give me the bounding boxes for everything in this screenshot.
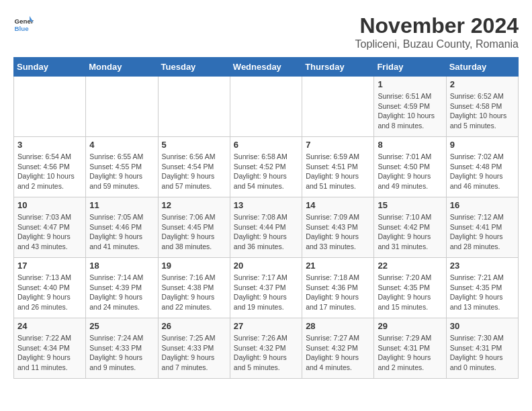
day-number: 1 [378, 79, 442, 89]
day-number: 28 [306, 321, 370, 331]
day-cell [86, 77, 158, 137]
header-cell-tuesday: Tuesday [158, 58, 230, 77]
day-cell: 18Sunrise: 7:14 AM Sunset: 4:39 PM Dayli… [86, 258, 158, 318]
day-number: 17 [17, 261, 82, 271]
day-info: Sunrise: 6:59 AM Sunset: 4:51 PM Dayligh… [306, 152, 370, 191]
day-cell: 20Sunrise: 7:17 AM Sunset: 4:37 PM Dayli… [230, 258, 302, 318]
day-cell: 8Sunrise: 7:01 AM Sunset: 4:50 PM Daylig… [374, 137, 446, 197]
day-info: Sunrise: 6:54 AM Sunset: 4:56 PM Dayligh… [17, 152, 82, 191]
day-number: 25 [89, 321, 154, 331]
day-cell: 19Sunrise: 7:16 AM Sunset: 4:38 PM Dayli… [158, 258, 230, 318]
week-row: 3Sunrise: 6:54 AM Sunset: 4:56 PM Daylig… [14, 137, 519, 197]
header-cell-thursday: Thursday [302, 58, 374, 77]
day-cell: 10Sunrise: 7:03 AM Sunset: 4:47 PM Dayli… [14, 197, 86, 258]
day-cell: 7Sunrise: 6:59 AM Sunset: 4:51 PM Daylig… [302, 137, 374, 197]
day-cell: 28Sunrise: 7:27 AM Sunset: 4:32 PM Dayli… [302, 318, 374, 379]
day-cell: 9Sunrise: 7:02 AM Sunset: 4:48 PM Daylig… [446, 137, 518, 197]
day-cell: 5Sunrise: 6:56 AM Sunset: 4:54 PM Daylig… [158, 137, 230, 197]
day-cell: 21Sunrise: 7:18 AM Sunset: 4:36 PM Dayli… [302, 258, 374, 318]
day-cell: 14Sunrise: 7:09 AM Sunset: 4:43 PM Dayli… [302, 197, 374, 258]
day-cell: 29Sunrise: 7:29 AM Sunset: 4:31 PM Dayli… [374, 318, 446, 379]
day-info: Sunrise: 7:14 AM Sunset: 4:39 PM Dayligh… [89, 273, 154, 312]
location-title: Topliceni, Buzau County, Romania [355, 38, 519, 50]
header: General Blue November 2024 Topliceni, Bu… [13, 13, 519, 50]
day-info: Sunrise: 7:17 AM Sunset: 4:37 PM Dayligh… [234, 273, 298, 312]
day-number: 27 [234, 321, 298, 331]
day-info: Sunrise: 7:22 AM Sunset: 4:34 PM Dayligh… [17, 333, 82, 373]
day-number: 3 [17, 140, 82, 150]
header-cell-saturday: Saturday [446, 58, 518, 77]
day-number: 5 [162, 140, 226, 150]
header-cell-wednesday: Wednesday [230, 58, 302, 77]
day-number: 4 [89, 140, 154, 150]
day-cell [302, 77, 374, 137]
month-title: November 2024 [355, 13, 519, 38]
day-cell: 26Sunrise: 7:25 AM Sunset: 4:33 PM Dayli… [158, 318, 230, 379]
day-number: 2 [450, 79, 515, 89]
day-info: Sunrise: 6:58 AM Sunset: 4:52 PM Dayligh… [234, 152, 298, 191]
day-info: Sunrise: 7:09 AM Sunset: 4:43 PM Dayligh… [306, 212, 370, 252]
day-cell: 6Sunrise: 6:58 AM Sunset: 4:52 PM Daylig… [230, 137, 302, 197]
day-cell: 1Sunrise: 6:51 AM Sunset: 4:59 PM Daylig… [374, 77, 446, 137]
day-info: Sunrise: 7:30 AM Sunset: 4:31 PM Dayligh… [450, 333, 515, 373]
day-info: Sunrise: 7:21 AM Sunset: 4:35 PM Dayligh… [450, 273, 515, 312]
day-info: Sunrise: 6:55 AM Sunset: 4:55 PM Dayligh… [89, 152, 154, 191]
week-row: 10Sunrise: 7:03 AM Sunset: 4:47 PM Dayli… [14, 197, 519, 258]
day-info: Sunrise: 6:56 AM Sunset: 4:54 PM Dayligh… [162, 152, 226, 191]
logo: General Blue [13, 13, 36, 34]
day-info: Sunrise: 7:20 AM Sunset: 4:35 PM Dayligh… [378, 273, 442, 312]
day-number: 26 [162, 321, 226, 331]
day-cell: 16Sunrise: 7:12 AM Sunset: 4:41 PM Dayli… [446, 197, 518, 258]
day-number: 8 [378, 140, 442, 150]
day-number: 22 [378, 261, 442, 271]
day-info: Sunrise: 6:52 AM Sunset: 4:58 PM Dayligh… [450, 91, 515, 131]
day-cell [158, 77, 230, 137]
day-info: Sunrise: 7:29 AM Sunset: 4:31 PM Dayligh… [378, 333, 442, 373]
day-cell: 4Sunrise: 6:55 AM Sunset: 4:55 PM Daylig… [86, 137, 158, 197]
day-info: Sunrise: 7:10 AM Sunset: 4:42 PM Dayligh… [378, 212, 442, 252]
day-cell: 12Sunrise: 7:06 AM Sunset: 4:45 PM Dayli… [158, 197, 230, 258]
day-number: 23 [450, 261, 515, 271]
day-cell: 24Sunrise: 7:22 AM Sunset: 4:34 PM Dayli… [14, 318, 86, 379]
day-cell: 17Sunrise: 7:13 AM Sunset: 4:40 PM Dayli… [14, 258, 86, 318]
day-number: 18 [89, 261, 154, 271]
logo-icon: General Blue [13, 13, 34, 34]
day-cell: 13Sunrise: 7:08 AM Sunset: 4:44 PM Dayli… [230, 197, 302, 258]
svg-text:Blue: Blue [15, 25, 30, 32]
day-cell: 23Sunrise: 7:21 AM Sunset: 4:35 PM Dayli… [446, 258, 518, 318]
week-row: 24Sunrise: 7:22 AM Sunset: 4:34 PM Dayli… [14, 318, 519, 379]
day-info: Sunrise: 7:24 AM Sunset: 4:33 PM Dayligh… [89, 333, 154, 373]
day-number: 24 [17, 321, 82, 331]
day-number: 21 [306, 261, 370, 271]
calendar-body: 1Sunrise: 6:51 AM Sunset: 4:59 PM Daylig… [14, 77, 519, 379]
day-info: Sunrise: 7:12 AM Sunset: 4:41 PM Dayligh… [450, 212, 515, 252]
day-info: Sunrise: 7:26 AM Sunset: 4:32 PM Dayligh… [234, 333, 298, 373]
day-number: 29 [378, 321, 442, 331]
title-area: November 2024 Topliceni, Buzau County, R… [355, 13, 519, 50]
header-cell-sunday: Sunday [14, 58, 86, 77]
day-number: 14 [306, 200, 370, 210]
day-number: 30 [450, 321, 515, 331]
day-info: Sunrise: 7:08 AM Sunset: 4:44 PM Dayligh… [234, 212, 298, 252]
day-number: 9 [450, 140, 515, 150]
day-number: 11 [89, 200, 154, 210]
day-info: Sunrise: 7:05 AM Sunset: 4:46 PM Dayligh… [89, 212, 154, 252]
week-row: 1Sunrise: 6:51 AM Sunset: 4:59 PM Daylig… [14, 77, 519, 137]
day-cell: 30Sunrise: 7:30 AM Sunset: 4:31 PM Dayli… [446, 318, 518, 379]
day-number: 19 [162, 261, 226, 271]
header-cell-monday: Monday [86, 58, 158, 77]
day-cell: 22Sunrise: 7:20 AM Sunset: 4:35 PM Dayli… [374, 258, 446, 318]
day-info: Sunrise: 7:18 AM Sunset: 4:36 PM Dayligh… [306, 273, 370, 312]
day-info: Sunrise: 7:03 AM Sunset: 4:47 PM Dayligh… [17, 212, 82, 252]
calendar-header: SundayMondayTuesdayWednesdayThursdayFrid… [14, 58, 519, 77]
day-number: 6 [234, 140, 298, 150]
day-info: Sunrise: 6:51 AM Sunset: 4:59 PM Dayligh… [378, 91, 442, 131]
day-cell [230, 77, 302, 137]
day-info: Sunrise: 7:25 AM Sunset: 4:33 PM Dayligh… [162, 333, 226, 373]
day-cell: 25Sunrise: 7:24 AM Sunset: 4:33 PM Dayli… [86, 318, 158, 379]
day-info: Sunrise: 7:13 AM Sunset: 4:40 PM Dayligh… [17, 273, 82, 312]
day-cell: 11Sunrise: 7:05 AM Sunset: 4:46 PM Dayli… [86, 197, 158, 258]
day-info: Sunrise: 7:06 AM Sunset: 4:45 PM Dayligh… [162, 212, 226, 252]
day-cell: 2Sunrise: 6:52 AM Sunset: 4:58 PM Daylig… [446, 77, 518, 137]
week-row: 17Sunrise: 7:13 AM Sunset: 4:40 PM Dayli… [14, 258, 519, 318]
